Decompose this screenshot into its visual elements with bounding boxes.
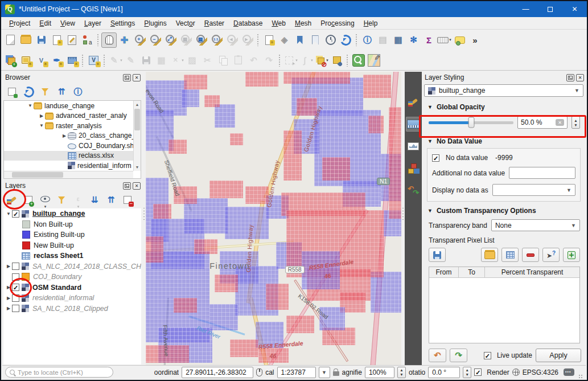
browser-item-20-class-change-r[interactable]: ▶20_class_change_r [4,131,141,141]
measure-line[interactable]: ▾ [437,32,452,48]
layer-item-osm-standard[interactable]: ▶✓OSM Standard [3,282,141,293]
layer-visibility-checkbox[interactable] [12,294,19,302]
new-map-view[interactable] [261,32,277,48]
menu-settings[interactable]: Settings [106,18,139,28]
data-source-manager[interactable] [3,52,18,68]
scale-dropdown[interactable]: ▼ [319,367,330,378]
manage-map-themes[interactable]: ▾ [38,193,52,207]
show-statistics[interactable] [421,32,437,48]
apply-button[interactable]: Apply [536,349,581,362]
layer-item-sa-nlc-2018-clipped[interactable]: ▶SA_NLC_2018_Clipped [3,304,141,314]
zoom-out[interactable] [147,32,163,48]
expand-all[interactable] [88,193,101,207]
coordinate-field[interactable]: 27.89011,-26.38302 [182,367,253,378]
layers-close-button[interactable]: ✕ [133,182,141,190]
styling-layer-select[interactable]: builtup_change ▼ [424,84,583,97]
layer-visibility-checkbox[interactable]: ✓ [12,210,19,218]
menu-processing[interactable]: Processing [316,18,359,28]
expander-icon[interactable]: ▶ [5,285,12,290]
menu-edit[interactable]: Edit [35,18,56,28]
new-project[interactable] [3,32,18,48]
add-row-button[interactable]: + [563,248,580,262]
map-tips[interactable] [452,32,467,48]
statistical-summary[interactable] [390,32,406,48]
menu-web[interactable]: Web [267,18,290,28]
menu-raster[interactable]: Raster [200,18,229,28]
select-by-location[interactable] [329,52,344,68]
filter-browser[interactable] [38,85,52,99]
layer-item-coj-boundary[interactable]: COJ_Boundary [3,272,141,282]
styling-close-button[interactable]: ✕ [576,74,584,81]
collapse-all[interactable] [55,85,68,99]
clear-value-icon[interactable]: ✕ [556,119,564,126]
expander-icon[interactable]: ▶ [5,264,12,269]
zoom-to-layer[interactable] [194,32,209,48]
browser-horizontal-scrollbar[interactable] [4,171,133,178]
add-from-display-button[interactable]: ➤? [542,248,560,262]
layer-visibility-checkbox[interactable] [12,305,19,312]
expander-icon[interactable]: ▶ [5,296,12,301]
global-opacity-section[interactable]: ▼ Global Opacity [422,99,586,113]
expander-icon[interactable]: ▶ [38,113,45,118]
new-shapefile-layer[interactable] [34,52,49,68]
scale-field[interactable]: 1:23787 [277,367,316,378]
custom-transparency-section[interactable]: ▼ Custom Transparency Options [422,203,586,216]
layer-item-existing-built-up[interactable]: Existing Built-up [3,230,141,240]
transparency-band-select[interactable]: None▼ [491,219,580,231]
load-transparency-button[interactable] [481,248,498,262]
browser-item-advanced-raster-analy[interactable]: ▶advanced_raster_analy [4,111,141,121]
display-no-data-select[interactable]: ▼ [492,184,575,196]
style-redo-button[interactable]: ↷ [450,349,467,362]
refresh-browser[interactable] [22,85,35,99]
save-project[interactable] [34,32,49,48]
layer-item-residential-informal[interactable]: ▶residential_informal [3,293,141,304]
menu-view[interactable]: View [56,18,80,28]
map-canvas[interactable]: evon RoadSheffield RoadGolden HighwayGol… [146,72,401,366]
new-virtual-layer[interactable] [86,52,101,68]
refresh-map[interactable] [338,32,353,48]
attributes-tab[interactable] [406,161,421,176]
no-data-value-checkbox[interactable]: ✓ [432,154,439,162]
layer-item-new-built-up[interactable]: New Built-up [3,240,141,251]
temporal-controller[interactable] [323,32,338,48]
style-undo-button[interactable]: ↶ [429,349,446,362]
remove-layer[interactable] [121,193,134,207]
show-layout-manager[interactable] [64,32,80,48]
extents-toggle-icon[interactable] [256,368,262,376]
browser-item-reclass-xlsx[interactable]: reclass.xlsx [4,151,141,161]
new-spatialite-layer[interactable] [49,52,64,68]
layer-visibility-checkbox[interactable] [12,273,19,281]
new-geopackage-layer[interactable] [18,52,34,68]
histogram-tab[interactable] [406,139,421,154]
menu-vector[interactable]: Vector [171,18,200,28]
new-memory-layer[interactable] [64,52,80,68]
remove-row-button[interactable] [522,248,539,262]
browser-float-button[interactable] [123,74,131,81]
layer-item-reclass-sheet1[interactable]: reclass Sheet1 [3,251,141,261]
zoom-full-extent[interactable] [163,32,178,48]
column-header-to[interactable]: To [459,267,485,277]
browser-item-landuse-change[interactable]: ▼landuse_change [4,101,141,111]
render-checkbox[interactable]: ✓ [474,368,482,376]
right-splitter[interactable] [401,72,405,366]
collapse-all[interactable] [104,193,118,207]
style-manager[interactable] [80,32,95,48]
search-plugin[interactable] [351,52,366,68]
expander-icon[interactable]: ▶ [5,306,12,311]
enable-properties-widget[interactable] [71,85,85,99]
maximize-button[interactable] [538,1,562,17]
expander-icon[interactable]: ▼ [5,211,12,216]
menu-database[interactable]: Database [229,18,267,28]
menu-mesh[interactable]: Mesh [290,18,316,28]
opacity-spinner[interactable]: ▲▼ [571,116,580,129]
live-update-checkbox[interactable]: ✓ [484,352,491,359]
column-header-percent-transparent[interactable]: Percent Transparent [485,267,579,277]
expander-icon[interactable]: ▼ [27,103,34,108]
processing-toolbox[interactable] [406,32,421,48]
rotation-field[interactable]: 0.0 ° [428,367,460,378]
pan-to-selection[interactable] [117,32,132,48]
crs-value[interactable]: EPSG:4326 [523,368,558,376]
expander-icon[interactable]: ▼ [38,123,45,128]
transparency-tab[interactable] [406,117,421,132]
messages-icon[interactable] [564,368,574,376]
